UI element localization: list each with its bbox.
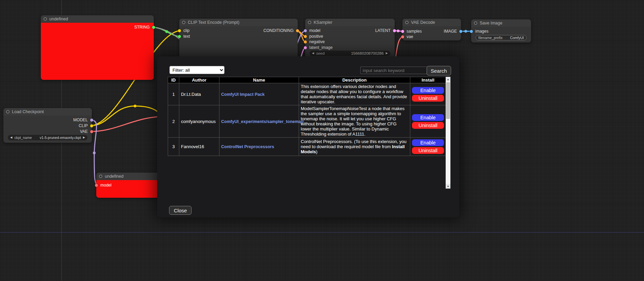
slot-label: CLIP	[79, 123, 88, 128]
input-port-model[interactable]	[95, 184, 98, 187]
next-arrow-icon[interactable]: ▶	[83, 136, 85, 139]
filename-prefix-widget[interactable]: filename_prefix ComfyUI	[476, 35, 527, 40]
node-undefined-string[interactable]: undefined STRING	[41, 15, 154, 80]
collapse-dot-icon[interactable]	[308, 21, 311, 24]
output-slot-conditioning[interactable]: CONDITIONING	[263, 28, 299, 33]
header-name: Name	[219, 77, 299, 83]
input-port-vae[interactable]	[401, 35, 404, 38]
input-port-negative[interactable]	[304, 40, 307, 43]
node-header[interactable]: Load Checkpoint	[3, 108, 92, 116]
ext-install-cell: Enable Uninstall	[410, 105, 446, 138]
ext-name-link[interactable]: ControlNet Preprocessors	[221, 144, 274, 149]
input-slot-samples[interactable]: samples	[401, 29, 422, 34]
search-input[interactable]	[360, 67, 428, 74]
input-port-clip[interactable]	[178, 29, 181, 32]
output-port-image[interactable]	[459, 30, 462, 33]
output-port-vae[interactable]	[90, 130, 93, 133]
link-midpoint-dot	[165, 30, 168, 33]
input-port-model[interactable]	[304, 29, 307, 32]
node-header[interactable]: Save Image	[471, 19, 531, 27]
slot-label: latent_image	[309, 45, 333, 50]
node-title: undefined	[105, 174, 123, 179]
scroll-up-icon[interactable]: ▲	[446, 77, 450, 82]
output-slot-clip[interactable]: CLIP	[79, 123, 93, 128]
input-port-positive[interactable]	[304, 35, 307, 38]
slot-label: STRING	[134, 25, 150, 30]
header-id: ID	[168, 77, 179, 83]
enable-button[interactable]: Enable	[412, 114, 444, 121]
node-header[interactable]: CLIP Text Encode (Prompt)	[179, 19, 298, 26]
extension-table: ID Author Name Description Install 1 Dr.…	[168, 77, 446, 156]
search-button[interactable]: Search	[427, 66, 451, 75]
decrement-arrow-icon[interactable]: ◀	[312, 52, 314, 55]
table-scrollbar[interactable]: ▲ ▼	[446, 77, 450, 189]
output-slot-model[interactable]: MODEL	[73, 117, 93, 123]
node-header[interactable]: VAE Decode	[402, 19, 461, 26]
input-port-samples[interactable]	[401, 30, 404, 33]
increment-arrow-icon[interactable]: ▶	[386, 52, 388, 55]
previous-arrow-icon[interactable]: ◀	[10, 136, 12, 139]
input-slot-latent-image[interactable]: latent_image	[304, 45, 333, 50]
uninstall-button[interactable]: Uninstall	[412, 147, 444, 154]
node-title: KSampler	[314, 20, 332, 25]
ext-install-cell: Enable Uninstall	[410, 138, 446, 156]
input-slot-vae[interactable]: vae	[401, 34, 413, 39]
node-title: VAE Decode	[411, 20, 435, 25]
ext-install-cell: Enable Uninstall	[410, 83, 446, 105]
scrollbar-thumb[interactable]	[446, 82, 450, 119]
input-slot-model[interactable]: model	[304, 28, 320, 33]
output-port-latent[interactable]	[393, 29, 396, 32]
node-vae-decode[interactable]: VAE Decode samples vae IMAGE	[402, 19, 461, 40]
input-slot-positive[interactable]: positive	[304, 34, 323, 39]
collapse-dot-icon[interactable]	[44, 17, 47, 21]
ext-author: Fannovel16	[179, 138, 219, 156]
table-row: 2 comfyanonymous ComfyUI_experiments/sam…	[168, 105, 446, 138]
node-load-checkpoint[interactable]: Load Checkpoint MODEL CLIP VAE ◀ ckpt_na…	[3, 108, 92, 143]
collapse-dot-icon[interactable]	[182, 21, 185, 24]
close-button[interactable]: Close	[169, 206, 192, 215]
ext-name-link[interactable]: ComfyUI_experiments/sampler_tonemap	[221, 119, 303, 124]
output-slot-string[interactable]: STRING	[134, 24, 155, 30]
input-port-images[interactable]	[470, 30, 473, 33]
input-slot-images[interactable]: images	[470, 29, 489, 34]
node-save-image[interactable]: Save Image images filename_prefix ComfyU…	[471, 19, 531, 42]
uninstall-button[interactable]: Uninstall	[412, 122, 444, 129]
node-header[interactable]: undefined	[41, 15, 154, 23]
filter-select[interactable]: Filter: all	[169, 66, 225, 74]
output-port-string[interactable]	[152, 26, 155, 29]
input-port-latent-image[interactable]	[304, 46, 307, 49]
output-port-clip[interactable]	[90, 124, 93, 127]
output-slot-latent[interactable]: LATENT	[375, 28, 396, 33]
enable-button[interactable]: Enable	[412, 87, 444, 94]
slot-label: model	[309, 28, 320, 33]
collapse-dot-icon[interactable]	[99, 175, 102, 178]
input-slot-model[interactable]: model	[95, 182, 112, 188]
output-port-conditioning[interactable]	[296, 29, 299, 32]
header-description: Description	[299, 77, 410, 83]
slot-label: negative	[309, 39, 325, 44]
ext-name-link[interactable]: ComfyUI Impact Pack	[221, 92, 265, 97]
output-port-model[interactable]	[90, 119, 93, 122]
scroll-down-icon[interactable]: ▼	[446, 184, 450, 189]
input-slot-text[interactable]: text	[178, 34, 190, 39]
seed-widget[interactable]: ◀ seed 156680208700286 ▶	[310, 51, 390, 56]
output-slot-image[interactable]: IMAGE	[444, 29, 462, 34]
enable-button[interactable]: Enable	[412, 139, 444, 146]
ckpt-name-widget[interactable]: ◀ ckpt_name v1-5-pruned-emaonly.ckpt ▶	[8, 135, 87, 140]
comfyui-canvas[interactable]: undefined STRING CLIP Text Encode (Promp…	[0, 0, 644, 281]
collapse-dot-icon[interactable]	[6, 110, 10, 113]
output-slot-vae[interactable]: VAE	[80, 129, 93, 134]
slot-label: positive	[309, 34, 323, 39]
widget-label: ckpt_name	[14, 136, 32, 140]
input-port-text[interactable]	[178, 35, 181, 38]
collapse-dot-icon[interactable]	[405, 21, 409, 24]
node-header[interactable]: KSampler	[305, 19, 395, 26]
widget-value: ComfyUI	[510, 36, 524, 40]
input-slot-clip[interactable]: clip	[178, 28, 189, 33]
input-slot-negative[interactable]: negative	[304, 39, 325, 45]
slot-label: VAE	[80, 129, 88, 134]
collapse-dot-icon[interactable]	[474, 21, 477, 25]
uninstall-button[interactable]: Uninstall	[412, 95, 444, 102]
widget-label: filename_prefix	[478, 36, 502, 40]
widget-label: seed	[316, 51, 325, 55]
